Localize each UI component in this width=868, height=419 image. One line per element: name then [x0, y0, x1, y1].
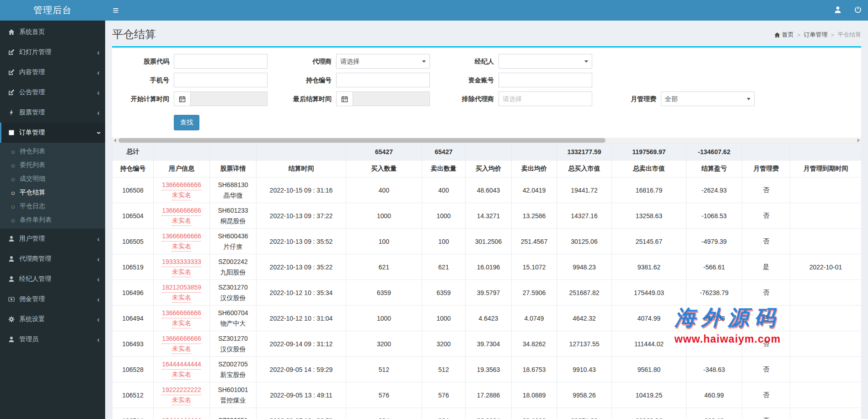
user-realname-link[interactable]: 未实名 — [172, 318, 191, 328]
agent-select[interactable]: 请选择 — [336, 54, 430, 69]
cell-settle-time: 2022-10-13 09 : 37:22 — [257, 203, 346, 229]
sidebar-subitem-conditional[interactable]: ○条件单列表 — [0, 213, 105, 227]
user-phone-link[interactable]: 13666666666 — [162, 206, 201, 216]
breadcrumb-item-home[interactable]: 首页 — [774, 31, 794, 39]
sidebar-item-notice[interactable]: 公告管理‹ — [0, 82, 105, 102]
cell-month-fee: 否 — [742, 203, 790, 229]
sidebar-item-home[interactable]: 系统首页 — [0, 22, 105, 42]
edit-icon — [8, 69, 19, 75]
phone-input[interactable] — [174, 73, 268, 87]
sidebar-item-admin[interactable]: 管理员‹ — [0, 329, 105, 349]
cell-sell-total: 4074.99 — [612, 306, 686, 331]
cell-pnl: 298.13 — [686, 408, 742, 419]
column-header: 月管理费 — [742, 161, 790, 177]
calendar-icon[interactable] — [336, 91, 353, 106]
column-header: 买入均价 — [466, 161, 512, 177]
sidebar-submenu-orders: ○持仓列表○委托列表○成交明细○平仓结算○平仓日志○条件单列表 — [0, 143, 105, 229]
user-realname-link[interactable]: 未实名 — [172, 267, 191, 277]
cell-position-id: 106508 — [113, 177, 154, 203]
cell-fee-expire — [790, 280, 862, 306]
user-phone-link[interactable]: 19444444444 — [162, 416, 201, 419]
chevron-left-icon: ‹ — [97, 109, 100, 117]
user-realname-link[interactable]: 未实名 — [172, 370, 191, 380]
sidebar-subitem-entrust[interactable]: ○委托列表 — [0, 158, 105, 172]
sidebar-item-content[interactable]: 内容管理‹ — [0, 62, 105, 82]
account-input[interactable] — [498, 73, 592, 87]
cell-pnl — [686, 331, 742, 357]
user-phone-link[interactable]: 13666666666 — [162, 231, 201, 242]
settlement-table: 总计65427654271332177.591197569.97-134607.… — [112, 143, 861, 419]
cell-stock-detail: SH601233桐昆股份 — [210, 203, 257, 229]
exclude-agent-input[interactable] — [498, 91, 592, 106]
sidebar-toggle-button[interactable]: ≡ — [105, 0, 126, 21]
cell-position-id: 106504 — [113, 203, 154, 229]
sidebar-item-brokers[interactable]: 经纪人管理‹ — [0, 269, 105, 289]
cell-stock-detail: SZ002705新宝股份 — [210, 357, 257, 382]
cell-settle-time: 2022-09-14 09 : 31:12 — [257, 331, 346, 357]
sidebar-subitem-deals[interactable]: ○成交明细 — [0, 172, 105, 186]
cell-stock-detail: SZ301270汉仪股份 — [210, 280, 257, 306]
user-phone-link[interactable]: 19222222222 — [162, 385, 201, 395]
cell-stock-detail: SZ000651 — [210, 408, 257, 419]
user-realname-link[interactable]: 未实名 — [172, 216, 191, 226]
sidebar-item-commission[interactable]: 佣金管理‹ — [0, 289, 105, 309]
sidebar-subitem-logs[interactable]: ○平仓日志 — [0, 199, 105, 213]
totals-cell-10: -134607.62 — [686, 144, 742, 161]
cell-stock-detail: SH600704物产中大 — [210, 306, 257, 331]
cell-position-id: 106493 — [113, 331, 154, 357]
stock-code: SZ002242 — [212, 257, 254, 267]
user-realname-link[interactable]: 未实名 — [172, 190, 191, 200]
field-month-fee: 月管理费 全部 — [599, 91, 761, 106]
user-phone-link[interactable]: 13666666666 — [162, 180, 201, 190]
sidebar-item-users[interactable]: 用户管理‹ — [0, 229, 105, 249]
user-phone-link[interactable]: 18212053859 — [162, 283, 201, 293]
cell-buy-avg: 48.6043 — [466, 177, 512, 203]
stock-code-input[interactable] — [174, 54, 268, 69]
sidebar-item-orders[interactable]: 订单管理‹ — [0, 123, 105, 143]
sidebar-item-slides[interactable]: 幻灯片管理‹ — [0, 42, 105, 62]
sidebar-item-label: 系统设置 — [19, 315, 97, 323]
user-realname-link[interactable]: 未实名 — [172, 293, 191, 303]
month-fee-select[interactable]: 全部 — [661, 91, 755, 106]
scrollbar-thumb[interactable] — [118, 138, 605, 143]
navbar-user-button[interactable] — [828, 0, 848, 21]
edit-icon — [8, 89, 19, 96]
end-time-label: 最后结算时间 — [274, 91, 336, 106]
sidebar-subitem-positions[interactable]: ○持仓列表 — [0, 145, 105, 158]
start-time-input[interactable] — [190, 91, 268, 106]
scroll-right-arrow[interactable] — [856, 138, 861, 143]
cell-buy-avg: 4.6423 — [466, 306, 512, 331]
sidebar-item-agents[interactable]: 代理商管理‹ — [0, 249, 105, 269]
broker-select[interactable] — [498, 54, 592, 69]
user-realname-link[interactable]: 未实名 — [172, 242, 191, 252]
cell-buy-avg: 16.0196 — [466, 254, 512, 280]
user-phone-link[interactable]: 13666666666 — [162, 308, 201, 318]
cell-sell-avg: 4.0749 — [512, 306, 557, 331]
scroll-left-arrow[interactable] — [112, 138, 118, 143]
user-phone-link[interactable]: 16444444444 — [162, 360, 201, 370]
scrollbar-track[interactable] — [118, 138, 856, 143]
content-header: 平仓结算 首页>订单管理>平仓结算 — [112, 25, 861, 46]
sidebar-item-label: 股票管理 — [19, 108, 97, 117]
sidebar-item-settings[interactable]: 系统设置‹ — [0, 309, 105, 329]
breadcrumb-item-orders[interactable]: 订单管理 — [804, 31, 827, 39]
cell-month-fee: 否 — [742, 177, 790, 203]
cell-sell-total: 16816.79 — [612, 177, 686, 203]
chevron-left-icon: ‹ — [97, 295, 100, 303]
navbar-logout-button[interactable] — [848, 0, 868, 21]
cell-buy-qty: 621 — [346, 254, 422, 280]
sidebar-item-label: 幻灯片管理 — [19, 48, 97, 56]
sidebar-subitem-settlement[interactable]: ○平仓结算 — [0, 186, 105, 199]
sidebar-item-stocks[interactable]: 股票管理‹ — [0, 102, 105, 123]
user-realname-link[interactable]: 未实名 — [172, 395, 191, 405]
cell-stock-detail: SH601001晋控煤业 — [210, 382, 257, 408]
user-phone-link[interactable]: 13666666666 — [162, 334, 201, 344]
user-phone-link[interactable]: 19333333333 — [162, 257, 201, 267]
cell-settle-time: 2022-09-05 14 : 59:29 — [257, 357, 346, 382]
calendar-icon[interactable] — [174, 91, 190, 106]
position-no-label: 持仓编号 — [274, 73, 336, 87]
user-realname-link[interactable]: 未实名 — [172, 344, 191, 354]
end-time-input[interactable] — [353, 91, 430, 106]
search-button[interactable]: 查找 — [174, 115, 199, 130]
position-no-input[interactable] — [336, 73, 430, 87]
